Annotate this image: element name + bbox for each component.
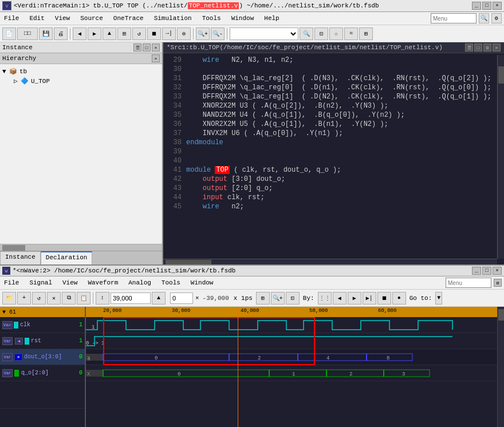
menu-window[interactable]: Window	[230, 14, 256, 22]
wave-vscrollbar[interactable]	[497, 307, 504, 427]
signal-var-icon-qo[interactable]: Var	[2, 369, 13, 377]
wave-up-button[interactable]: ▲	[152, 292, 166, 305]
maximize-button[interactable]: □	[482, 2, 491, 10]
minimize-button[interactable]: _	[472, 2, 481, 10]
menu-view[interactable]: View	[53, 14, 72, 22]
new-button[interactable]: 📄	[2, 27, 16, 40]
code-float-button[interactable]: □	[474, 44, 482, 52]
record-button[interactable]: ●	[392, 292, 406, 305]
zoom-in-wave-button[interactable]: 🔍+	[271, 292, 285, 305]
wave-add-button[interactable]: +	[17, 292, 31, 305]
wave-undo-button[interactable]: ↺	[32, 292, 46, 305]
code-hscroll-thumb[interactable]	[166, 260, 211, 264]
up-button[interactable]: ▲	[103, 27, 116, 40]
tab-instance[interactable]: Instance	[0, 251, 41, 264]
bottom-maximize-button[interactable]: □	[482, 267, 491, 275]
signal-row-clk[interactable]: Var clk 1	[0, 317, 85, 333]
hierarchy-close-button[interactable]: ×	[152, 54, 160, 62]
code-option-button[interactable]: ☰	[465, 44, 473, 52]
wave-menu-tools[interactable]: Tools	[160, 279, 182, 287]
play-button[interactable]: ▶	[348, 292, 361, 305]
wave-open-button[interactable]: 📁	[2, 292, 16, 305]
wave-cursor-button[interactable]: ↕	[96, 292, 109, 305]
code-hscrollbar[interactable]	[163, 259, 497, 264]
tab-declaration[interactable]: Declaration	[41, 251, 93, 264]
instance-close-button[interactable]: ×	[152, 44, 160, 52]
forward-button[interactable]: ▶	[88, 27, 101, 40]
wave-menu-search-input[interactable]	[446, 278, 491, 288]
wave-settings-button[interactable]: ⚙	[494, 279, 502, 287]
tree-item-tb[interactable]: ▼ 📦 tb	[2, 66, 160, 76]
window-controls: _ □ ×	[472, 2, 502, 10]
wave-menu-view[interactable]: View	[61, 279, 79, 287]
align-button[interactable]: ⋮⋮	[318, 292, 332, 305]
expand-button[interactable]: ⊞	[117, 27, 131, 40]
settings-button[interactable]: ⚙	[491, 13, 502, 23]
bottom-minimize-button[interactable]: _	[472, 267, 481, 275]
wave-menu-window[interactable]: Window	[189, 279, 215, 287]
wave-menu-waveform[interactable]: Waveform	[86, 279, 120, 287]
signal-options-icon-clk[interactable]: Var	[2, 321, 13, 329]
zoom-full-button[interactable]: ⊡	[286, 292, 300, 305]
wave-delete-button[interactable]: ✕	[47, 292, 61, 305]
instance-float-button[interactable]: □	[143, 44, 151, 52]
wave-copy-button[interactable]: ⧉	[62, 292, 76, 305]
code-vscroll-thumb[interactable]	[498, 66, 504, 84]
bottom-close-button[interactable]: ×	[493, 267, 502, 275]
wave-button[interactable]: ≈	[344, 27, 358, 40]
save-button[interactable]: 💾	[39, 27, 53, 40]
prev-edge-button[interactable]: ◀	[333, 292, 346, 305]
code-close-button[interactable]: ×	[493, 44, 501, 52]
menu-simulation[interactable]: Simulation	[152, 14, 194, 22]
view-dropdown[interactable]	[230, 27, 298, 40]
goto-expand-button[interactable]: ▼	[435, 292, 442, 305]
menu-onetrace[interactable]: OneTrace	[112, 14, 145, 22]
instance-option-button[interactable]: ☰	[133, 44, 141, 52]
back-button[interactable]: ◀	[73, 27, 86, 40]
zoom-in-button[interactable]: 🔍+	[196, 27, 210, 40]
signal-arrow-icon-rst[interactable]: ◀	[15, 338, 23, 345]
search-toolbar-button[interactable]: 🔍	[300, 27, 313, 40]
signal-value-qo: 0	[79, 370, 82, 376]
wave-menu-analog[interactable]: Analog	[127, 279, 153, 287]
signal-var-icon-dout[interactable]: Var	[2, 353, 13, 361]
signal-row-dout[interactable]: Var ■ dout_o[3:0] 0	[0, 349, 85, 365]
code-vscrollbar[interactable]	[497, 55, 504, 259]
code-content-area[interactable]: 29 wire N2, N3, n1, n2; 30 31 DFFRQX2M \…	[163, 53, 504, 263]
delta-input[interactable]	[170, 292, 193, 304]
wave-paste-button[interactable]: 📋	[77, 292, 90, 305]
menu-tools[interactable]: Tools	[200, 14, 223, 22]
highlight-button[interactable]: ☆	[329, 27, 343, 40]
open-button[interactable]: □□	[17, 27, 38, 40]
wave-display-area[interactable]: 20,000 30,000 40,000 50,000 60,000 1	[86, 307, 497, 427]
code-maximize-button[interactable]: ⊡	[483, 44, 491, 52]
zoom-out-button[interactable]: 🔍-	[211, 27, 225, 40]
close-button[interactable]: ×	[493, 2, 502, 10]
zoom-fit-button[interactable]: ⊞	[256, 292, 270, 305]
find-button[interactable]: ⊡	[314, 27, 328, 40]
signal-row-qo[interactable]: Var q_o[2:0] 0	[0, 365, 85, 381]
filter-button[interactable]: ⊜	[177, 27, 191, 40]
menu-help[interactable]: Help	[262, 14, 281, 22]
time-input[interactable]	[111, 292, 151, 304]
stop-button[interactable]: ⏹	[147, 27, 161, 40]
wave-menu-file[interactable]: File	[2, 279, 21, 287]
hscroll-thumb[interactable]	[2, 245, 25, 251]
schematic-button[interactable]: ⊞	[359, 27, 373, 40]
next-edge-button[interactable]: ▶|	[363, 292, 376, 305]
refresh-button[interactable]: ↺	[132, 27, 146, 40]
left-hscrollbar[interactable]	[0, 244, 162, 251]
menu-search-input[interactable]	[431, 13, 477, 23]
tree-item-utop[interactable]: ▷ 🔷 U_TOP	[2, 76, 160, 86]
wave-vscroll-thumb[interactable]	[498, 309, 504, 321]
menu-file[interactable]: File	[2, 14, 21, 22]
goto-button[interactable]: →|	[162, 27, 176, 40]
signal-var-icon-rst[interactable]: Var	[2, 337, 13, 345]
menu-edit[interactable]: Edit	[27, 14, 46, 22]
print-button[interactable]: 🖨	[54, 27, 68, 40]
menu-source[interactable]: Source	[78, 14, 105, 22]
wave-menu-signal[interactable]: Signal	[27, 279, 54, 287]
stop-wave-button[interactable]: ⏹	[377, 292, 391, 305]
signal-row-rst[interactable]: Var ◀ rst 1	[0, 333, 85, 349]
search-button[interactable]: 🔍	[479, 13, 489, 23]
